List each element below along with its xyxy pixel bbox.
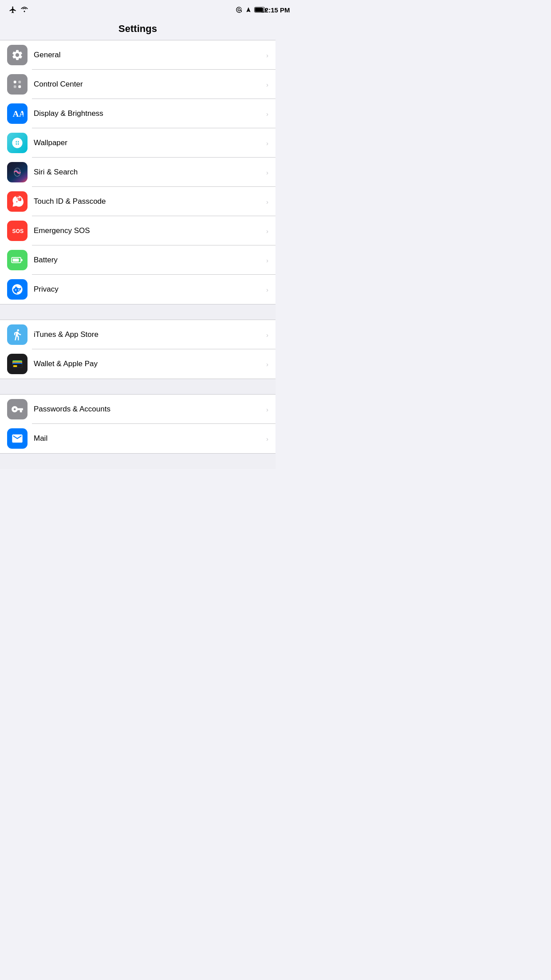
touch-id-icon bbox=[7, 191, 28, 212]
airplane-icon bbox=[9, 6, 17, 14]
passwords-accounts-label: Passwords & Accounts bbox=[34, 405, 263, 414]
status-bar: 12:15 PM bbox=[0, 0, 276, 20]
page-title: Settings bbox=[0, 23, 276, 35]
section-system: General › Control Center › AA Display & … bbox=[0, 40, 276, 304]
battery-label: Battery bbox=[34, 256, 263, 265]
at-icon bbox=[236, 6, 243, 13]
settings-item-control-center[interactable]: Control Center › bbox=[0, 70, 276, 99]
settings-header: Settings bbox=[0, 20, 276, 40]
settings-item-wallpaper[interactable]: Wallpaper › bbox=[0, 128, 276, 158]
privacy-label: Privacy bbox=[34, 285, 263, 294]
emergency-sos-chevron: › bbox=[266, 227, 268, 235]
settings-item-touch-id[interactable]: Touch ID & Passcode › bbox=[0, 187, 276, 216]
privacy-icon bbox=[7, 279, 28, 300]
general-icon bbox=[7, 45, 28, 65]
passwords-accounts-chevron: › bbox=[266, 406, 268, 413]
svg-rect-13 bbox=[13, 259, 19, 262]
battery-chevron: › bbox=[266, 257, 268, 264]
svg-rect-5 bbox=[14, 85, 16, 88]
emergency-sos-icon: SOS bbox=[7, 221, 28, 241]
mail-chevron: › bbox=[266, 435, 268, 443]
control-center-icon bbox=[7, 74, 28, 95]
section-store: iTunes & App Store › Wallet & Apple Pay … bbox=[0, 320, 276, 379]
settings-item-wallet-applepay[interactable]: Wallet & Apple Pay › bbox=[0, 349, 276, 379]
siri-search-chevron: › bbox=[266, 169, 268, 176]
mail-label: Mail bbox=[34, 434, 263, 443]
settings-item-siri-search[interactable]: Siri & Search › bbox=[0, 158, 276, 187]
svg-rect-12 bbox=[21, 259, 23, 261]
wallpaper-icon bbox=[7, 133, 28, 153]
section-divider-2 bbox=[0, 379, 276, 395]
itunes-appstore-chevron: › bbox=[266, 331, 268, 339]
siri-icon bbox=[7, 162, 28, 182]
location-icon bbox=[245, 7, 252, 13]
general-chevron: › bbox=[266, 51, 268, 59]
touch-id-label: Touch ID & Passcode bbox=[34, 197, 263, 206]
bottom-divider bbox=[0, 453, 276, 469]
settings-item-itunes-appstore[interactable]: iTunes & App Store › bbox=[0, 320, 276, 349]
settings-item-battery[interactable]: Battery › bbox=[0, 245, 276, 275]
battery-settings-icon bbox=[7, 250, 28, 270]
svg-text:SOS: SOS bbox=[12, 228, 24, 234]
itunes-appstore-label: iTunes & App Store bbox=[34, 330, 263, 339]
settings-item-general[interactable]: General › bbox=[0, 40, 276, 70]
passwords-accounts-icon bbox=[7, 399, 28, 419]
settings-item-emergency-sos[interactable]: SOS Emergency SOS › bbox=[0, 216, 276, 245]
siri-search-label: Siri & Search bbox=[34, 168, 263, 177]
settings-item-privacy[interactable]: Privacy › bbox=[0, 275, 276, 304]
svg-rect-3 bbox=[14, 81, 16, 83]
wallet-applepay-icon bbox=[7, 354, 28, 374]
svg-rect-18 bbox=[13, 365, 17, 367]
mail-icon bbox=[7, 428, 28, 449]
section-divider-1 bbox=[0, 304, 276, 320]
wallet-applepay-chevron: › bbox=[266, 360, 268, 368]
settings-item-passwords-accounts[interactable]: Passwords & Accounts › bbox=[0, 395, 276, 424]
section-accounts: Passwords & Accounts › Mail › bbox=[0, 395, 276, 453]
display-brightness-icon: AA bbox=[7, 103, 28, 124]
status-time: 12:15 PM bbox=[261, 6, 276, 14]
general-label: General bbox=[34, 51, 263, 59]
privacy-chevron: › bbox=[266, 286, 268, 293]
touch-id-chevron: › bbox=[266, 198, 268, 205]
settings-item-mail[interactable]: Mail › bbox=[0, 424, 276, 453]
svg-rect-4 bbox=[18, 81, 21, 83]
wifi-icon bbox=[20, 6, 28, 14]
svg-rect-6 bbox=[18, 85, 21, 88]
control-center-label: Control Center bbox=[34, 80, 263, 89]
wallet-applepay-label: Wallet & Apple Pay bbox=[34, 360, 263, 368]
svg-text:AA: AA bbox=[13, 109, 24, 119]
display-brightness-label: Display & Brightness bbox=[34, 109, 263, 118]
emergency-sos-label: Emergency SOS bbox=[34, 226, 263, 235]
wallpaper-chevron: › bbox=[266, 139, 268, 147]
settings-item-display-brightness[interactable]: AA Display & Brightness › bbox=[0, 99, 276, 128]
itunes-appstore-icon bbox=[7, 324, 28, 345]
control-center-chevron: › bbox=[266, 81, 268, 88]
wallpaper-label: Wallpaper bbox=[34, 138, 263, 147]
display-brightness-chevron: › bbox=[266, 110, 268, 118]
status-left-icons bbox=[9, 6, 28, 14]
